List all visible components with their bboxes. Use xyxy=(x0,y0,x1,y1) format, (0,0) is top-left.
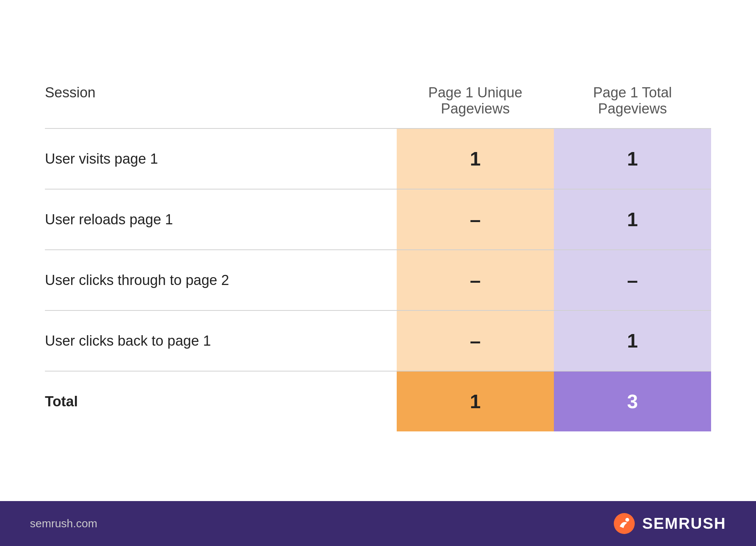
svg-point-1 xyxy=(625,518,629,522)
row-label: User clicks through to page 2 xyxy=(45,250,397,310)
total-pageviews-cell: 3 xyxy=(554,371,711,431)
semrush-icon xyxy=(613,512,635,535)
session-column-header: Session xyxy=(45,77,397,128)
cell-value: 1 xyxy=(627,208,638,231)
total-pageviews-cell: 1 xyxy=(554,311,711,371)
cell-value: 3 xyxy=(627,390,638,413)
row-label: User visits page 1 xyxy=(45,129,397,189)
row-label: User reloads page 1 xyxy=(45,189,397,249)
row-label: Total xyxy=(45,371,397,431)
unique-pageviews-cell: – xyxy=(397,250,554,310)
cell-value: 1 xyxy=(627,330,638,352)
cell-value: – xyxy=(627,269,638,291)
cell-value: – xyxy=(470,269,481,291)
unique-pageviews-cell: 1 xyxy=(397,129,554,189)
unique-pageviews-cell: – xyxy=(397,189,554,249)
cell-value: 1 xyxy=(627,148,638,170)
semrush-logo: SEMRUSH xyxy=(613,512,726,535)
main-content: Session Page 1 Unique Pageviews Page 1 T… xyxy=(0,0,756,501)
footer: semrush.com SEMRUSH xyxy=(0,501,756,546)
table-row: Total13 xyxy=(45,371,711,431)
cell-value: 1 xyxy=(470,148,481,170)
row-label: User clicks back to page 1 xyxy=(45,311,397,371)
table-row: User clicks back to page 1–1 xyxy=(45,310,711,371)
table-row: User visits page 111 xyxy=(45,128,711,189)
total-pageviews-cell: 1 xyxy=(554,189,711,249)
unique-pageviews-cell: – xyxy=(397,311,554,371)
table-wrapper: Session Page 1 Unique Pageviews Page 1 T… xyxy=(45,77,711,431)
cell-value: – xyxy=(470,208,481,231)
total-pageviews-header: Page 1 Total Pageviews xyxy=(554,77,711,128)
cell-value: – xyxy=(470,330,481,352)
total-pageviews-cell: – xyxy=(554,250,711,310)
table-row: User reloads page 1–1 xyxy=(45,189,711,249)
semrush-brand-text: SEMRUSH xyxy=(642,515,726,533)
unique-pageviews-cell: 1 xyxy=(397,371,554,431)
table-row: User clicks through to page 2–– xyxy=(45,249,711,310)
cell-value: 1 xyxy=(470,390,481,413)
table-header: Session Page 1 Unique Pageviews Page 1 T… xyxy=(45,77,711,128)
unique-pageviews-header: Page 1 Unique Pageviews xyxy=(397,77,554,128)
total-pageviews-cell: 1 xyxy=(554,129,711,189)
footer-url: semrush.com xyxy=(30,517,97,530)
table-body: User visits page 111User reloads page 1–… xyxy=(45,128,711,431)
